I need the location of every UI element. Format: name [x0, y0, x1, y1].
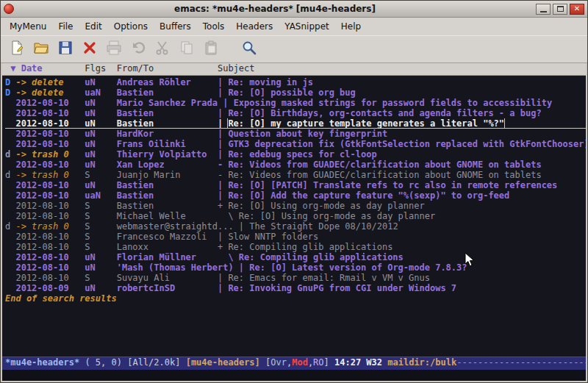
date-cell: 2012-08-10 [15, 242, 85, 252]
flags-cell: uN [85, 160, 116, 170]
from-cell: webmaster@straightd... [117, 221, 234, 232]
flags-cell: uN [85, 180, 116, 190]
header-row[interactable]: 2012-08-10uN'Mash (Thomas Herbert)| Re: … [5, 262, 586, 273]
flags-cell: uaN [85, 87, 116, 98]
from-column-header[interactable]: From/To [117, 63, 218, 75]
header-row[interactable]: 2012-08-10uNXan Lopez- Re: Videos from G… [5, 160, 586, 170]
from-cell: Bastien [117, 190, 212, 201]
open-file-button[interactable] [31, 39, 51, 60]
menu-item-headers[interactable]: Headers [230, 19, 279, 34]
subject-text: The Straight Dope 08/10/2012 [249, 221, 398, 232]
mark-cell: d [5, 221, 15, 232]
date-cell: 2012-08-10 [15, 201, 85, 211]
from-cell: Andreas Röhler [117, 77, 212, 87]
header-row[interactable]: 2012-08-10uNBastien| Re: [O] Birthdays, … [5, 108, 586, 118]
header-row[interactable]: 2012-08-10uNFlorian Müllner \ Re: Compil… [5, 252, 586, 262]
header-row[interactable]: 2012-08-10uNBastien| Re: [O] my capture … [5, 118, 586, 129]
menu-item-file[interactable]: File [52, 19, 79, 34]
menu-item-edit[interactable]: Edit [79, 19, 108, 34]
date-cell: -> delete [15, 77, 85, 87]
flags-cell: S [85, 211, 116, 221]
subject-cell: - Re: Videos from GUADEC/clarification a… [212, 170, 542, 180]
subject-text: Re: moving in js [228, 77, 313, 87]
subject-text: GTK3 deprecation fix (GtkFontSelection r… [228, 139, 586, 149]
menu-item-options[interactable]: Options [108, 19, 154, 34]
date-cell: 2012-08-10 [15, 232, 85, 242]
from-cell: Bastien [117, 87, 212, 98]
flags-cell: uN [85, 139, 116, 149]
menu-item-buffers[interactable]: Buffers [154, 19, 197, 34]
mark-cell: d [5, 170, 15, 180]
flags-cell: S [85, 273, 116, 283]
close-button[interactable]: ✕ [570, 4, 584, 15]
subject-cell: \ Re: [O] Using org-mode as day planner [212, 211, 435, 221]
header-row[interactable]: 2012-08-10SLanoxx+ Re: Compiling glib ap… [5, 242, 586, 252]
from-cell: HardKor [117, 129, 212, 139]
subject-text: Re: Compiling glib applications [239, 252, 404, 262]
close-icon: ✕ [574, 5, 580, 12]
new-file-button[interactable] [7, 39, 27, 60]
mode-line[interactable]: *mu4e-headers* ( 5, 0) [All/2.0k] [mu4e-… [2, 357, 586, 370]
print-buffer-button[interactable] [104, 39, 124, 60]
header-row[interactable]: 2012-08-10SBastien+ Re: [O] Using org-mo… [5, 201, 586, 211]
mark-cell [5, 98, 15, 108]
minimize-button[interactable] [536, 4, 551, 15]
copy-button[interactable] [176, 39, 197, 60]
mark-cell [5, 232, 15, 242]
header-row[interactable]: d-> trash 0SJuanjo Marin- Re: Videos fro… [5, 170, 586, 180]
subject-cell: | Re: [O] [PATCH] Translate refs to rc a… [212, 180, 558, 190]
subject-text: Re: [O] [PATCH] Translate refs to rc als… [228, 180, 557, 190]
header-row[interactable]: 2012-08-10uNHardKor| Question about key … [5, 129, 586, 139]
date-cell: 2012-08-10 [15, 190, 85, 201]
header-row[interactable]: 2012-08-10SSuvayu Ali| Re: Emacs for ema… [5, 273, 586, 283]
menu-item-help[interactable]: Help [335, 19, 367, 34]
date-cell: 2012-08-10 [15, 108, 85, 118]
header-row[interactable]: 2012-08-10uaNBastien| Re: [O] Add the ca… [5, 190, 586, 201]
maximize-button[interactable] [553, 4, 567, 15]
subject-text: Re: [O] possible org bug [228, 87, 355, 98]
kill-buffer-button[interactable] [79, 39, 100, 60]
undo-button[interactable] [128, 39, 148, 60]
header-row[interactable]: 2012-08-10uNBastien| Re: [O] [PATCH] Tra… [5, 180, 586, 190]
subject-cell: | The Straight Dope 08/10/2012 [234, 221, 398, 232]
flags-column-header[interactable]: Flgs [85, 63, 116, 75]
date-cell: 2012-08-10 [15, 252, 85, 262]
mark-cell: D [5, 77, 15, 87]
sort-by-date-header[interactable]: ▼ Date [5, 63, 85, 75]
date-cell: 2012-08-10 [15, 180, 85, 190]
header-row[interactable]: 2012-08-10uNMario Sanchez Prada| Exposin… [5, 98, 586, 108]
save-buffer-button[interactable] [55, 39, 76, 60]
echo-area[interactable] [2, 370, 586, 381]
from-cell: Florian Müllner [117, 252, 212, 262]
header-row[interactable]: 2012-08-09uNrobertcInSD| Re: Invoking Gn… [5, 283, 586, 293]
date-cell: 2012-08-10 [15, 211, 85, 221]
header-row[interactable]: d-> trash 0Swebmaster@straightd...| The … [5, 221, 586, 232]
header-row[interactable]: 2012-08-10SFrancesco Mazzoli| Slow NNTP … [5, 232, 586, 242]
title-bar[interactable]: emacs: *mu4e-headers* [mu4e-headers] ✕ [1, 1, 587, 18]
from-cell: Suvayu Ali [117, 273, 212, 283]
flags-cell: uN [85, 283, 116, 293]
header-row[interactable]: D-> deleteuNAndreas Röhler| Re: moving i… [5, 77, 586, 87]
header-row[interactable]: d-> trash 0uNThierry Volpiatto| Re: edeb… [5, 149, 586, 160]
header-row[interactable]: 2012-08-10SMichael Welle \ Re: [O] Using… [5, 211, 586, 221]
subject-column-header[interactable]: Subject [218, 63, 586, 75]
date-cell: 2012-08-10 [15, 139, 85, 149]
mu4e-headers-buffer[interactable]: D-> deleteuNAndreas Röhler| Re: moving i… [2, 76, 586, 357]
from-cell: Bastien [117, 180, 212, 190]
modeline-segment-buffer-name: *mu4e-headers* [5, 357, 79, 370]
modeline-segment-mode: [mu4e-headers] [186, 357, 260, 370]
cut-button[interactable] [152, 39, 173, 60]
search-button[interactable] [239, 39, 259, 60]
header-row[interactable]: D-> deleteuaNBastien| Re: [O] possible o… [5, 87, 586, 98]
paste-button[interactable] [201, 39, 221, 60]
menu-item-mymenu[interactable]: MyMenu [4, 19, 52, 34]
from-cell: Frans Oilinki [117, 139, 212, 149]
menu-item-tools[interactable]: Tools [197, 19, 231, 34]
modeline-segment-mod: Mod [292, 357, 308, 370]
header-row[interactable]: 2012-08-10uNFrans Oilinki| GTK3 deprecat… [5, 139, 586, 149]
from-cell: 'Mash (Thomas Herbert) [117, 262, 234, 273]
menu-item-yasnippet[interactable]: YASnippet [279, 19, 335, 34]
subject-cell: + Re: [O] Using org-mode as day planner [212, 201, 425, 211]
subject-text: Re: [O] Add the capture feature "%(sexp)… [228, 190, 509, 201]
flags-cell: uN [85, 108, 116, 118]
